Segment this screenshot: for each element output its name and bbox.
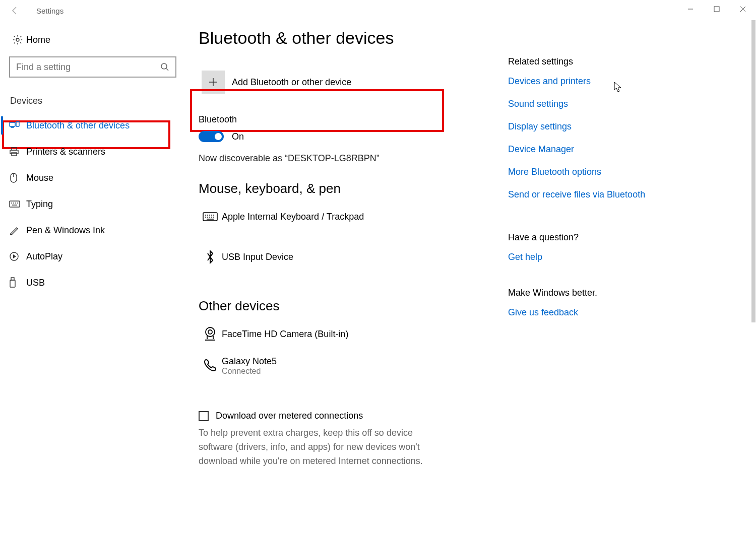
- close-button[interactable]: [730, 0, 756, 18]
- svg-rect-7: [10, 122, 15, 126]
- svg-point-5: [161, 63, 167, 69]
- device-item[interactable]: Apple Internal Keyboard / Trackpad: [199, 204, 481, 230]
- link-device-manager[interactable]: Device Manager: [508, 144, 649, 155]
- sidebar-home[interactable]: Home: [1, 30, 182, 49]
- sidebar-item-autoplay[interactable]: AutoPlay: [1, 243, 182, 270]
- sidebar: Home Devices Bluetooth & other devices: [1, 30, 182, 296]
- sidebar-home-label: Home: [26, 35, 50, 45]
- question-heading: Have a question?: [508, 232, 649, 243]
- metered-checkbox-row[interactable]: Download over metered connections: [199, 411, 481, 421]
- sidebar-item-typing[interactable]: Typing: [1, 191, 182, 217]
- sidebar-item-label: Pen & Windows Ink: [26, 225, 105, 236]
- svg-rect-8: [11, 127, 14, 127]
- discoverable-text: Now discoverable as “DESKTOP-LG8RBPN”: [199, 153, 481, 164]
- sidebar-item-label: Mouse: [26, 173, 53, 183]
- search-icon: [160, 62, 169, 72]
- device-name: USB Input Device: [222, 252, 293, 262]
- sidebar-item-label: Typing: [26, 199, 53, 210]
- sidebar-item-pen[interactable]: Pen & Windows Ink: [1, 217, 182, 243]
- search-field[interactable]: [16, 62, 147, 73]
- metered-help-text: To help prevent extra charges, keep this…: [199, 426, 440, 469]
- gear-icon: [9, 34, 26, 45]
- main-content: Bluetooth & other devices Add Bluetooth …: [199, 28, 481, 469]
- pen-icon: [9, 225, 26, 235]
- device-name: FaceTime HD Camera (Built-in): [222, 329, 348, 340]
- device-item[interactable]: USB Input Device: [199, 244, 481, 270]
- usb-icon: [9, 277, 26, 288]
- back-button[interactable]: [5, 6, 25, 15]
- link-send-receive-bt[interactable]: Send or receive files via Bluetooth: [508, 189, 649, 200]
- bluetooth-state-label: On: [232, 131, 244, 142]
- sidebar-item-label: USB: [26, 278, 45, 288]
- camera-icon: [199, 326, 222, 342]
- device-status: Connected: [222, 367, 277, 376]
- related-settings-heading: Related settings: [508, 56, 649, 67]
- svg-rect-12: [12, 153, 17, 156]
- add-device-label: Add Bluetooth or other device: [232, 77, 351, 88]
- plus-icon: [202, 71, 225, 94]
- section-other-devices: Other devices: [199, 298, 481, 314]
- svg-rect-9: [16, 121, 19, 126]
- bluetooth-devices-icon: [9, 120, 26, 130]
- sidebar-item-label: Bluetooth & other devices: [26, 120, 130, 131]
- link-more-bluetooth[interactable]: More Bluetooth options: [508, 167, 649, 177]
- metered-checkbox-label: Download over metered connections: [216, 411, 363, 421]
- right-panel: Related settings Devices and printers So…: [508, 56, 649, 330]
- keyboard-icon: [199, 211, 222, 222]
- page-title: Bluetooth & other devices: [199, 28, 481, 48]
- sidebar-group-label: Devices: [1, 78, 182, 112]
- device-item[interactable]: FaceTime HD Camera (Built-in): [199, 321, 481, 347]
- link-sound-settings[interactable]: Sound settings: [508, 99, 649, 109]
- keyboard-icon: [9, 200, 26, 208]
- bluetooth-icon: [199, 250, 222, 264]
- printer-icon: [9, 147, 26, 157]
- bluetooth-toggle[interactable]: [199, 131, 224, 142]
- add-device-button[interactable]: Add Bluetooth or other device: [199, 63, 444, 101]
- link-get-help[interactable]: Get help: [508, 252, 649, 262]
- svg-rect-1: [714, 7, 719, 12]
- svg-point-38: [206, 327, 215, 337]
- svg-point-39: [208, 330, 212, 334]
- bluetooth-heading: Bluetooth: [199, 114, 481, 125]
- sidebar-item-label: Printers & scanners: [26, 147, 105, 157]
- svg-rect-23: [10, 280, 15, 287]
- improve-heading: Make Windows better.: [508, 288, 649, 298]
- device-name: Apple Internal Keyboard / Trackpad: [222, 212, 364, 222]
- svg-rect-15: [10, 201, 20, 207]
- svg-rect-10: [12, 148, 17, 150]
- sidebar-item-printers[interactable]: Printers & scanners: [1, 139, 182, 165]
- link-feedback[interactable]: Give us feedback: [508, 307, 649, 318]
- section-mouse-keyboard-pen: Mouse, keyboard, & pen: [199, 181, 481, 196]
- checkbox[interactable]: [199, 411, 209, 421]
- mouse-icon: [9, 172, 26, 183]
- link-devices-printers[interactable]: Devices and printers: [508, 76, 649, 87]
- search-input[interactable]: [9, 56, 176, 78]
- titlebar: Settings: [0, 0, 756, 21]
- autoplay-icon: [9, 251, 26, 261]
- sidebar-item-mouse[interactable]: Mouse: [1, 165, 182, 191]
- minimize-button[interactable]: [677, 0, 704, 18]
- scrollbar[interactable]: [751, 20, 755, 322]
- svg-point-4: [16, 38, 19, 41]
- device-name: Galaxy Note5: [222, 356, 277, 367]
- phone-icon: [199, 356, 222, 372]
- svg-line-6: [166, 69, 168, 71]
- sidebar-item-usb[interactable]: USB: [1, 270, 182, 296]
- device-item[interactable]: Galaxy Note5 Connected: [199, 356, 481, 382]
- svg-rect-22: [11, 278, 14, 280]
- sidebar-item-bluetooth[interactable]: Bluetooth & other devices: [1, 112, 182, 139]
- maximize-button[interactable]: [704, 0, 730, 18]
- link-display-settings[interactable]: Display settings: [508, 121, 649, 132]
- sidebar-item-label: AutoPlay: [26, 251, 62, 262]
- window-title: Settings: [25, 7, 64, 15]
